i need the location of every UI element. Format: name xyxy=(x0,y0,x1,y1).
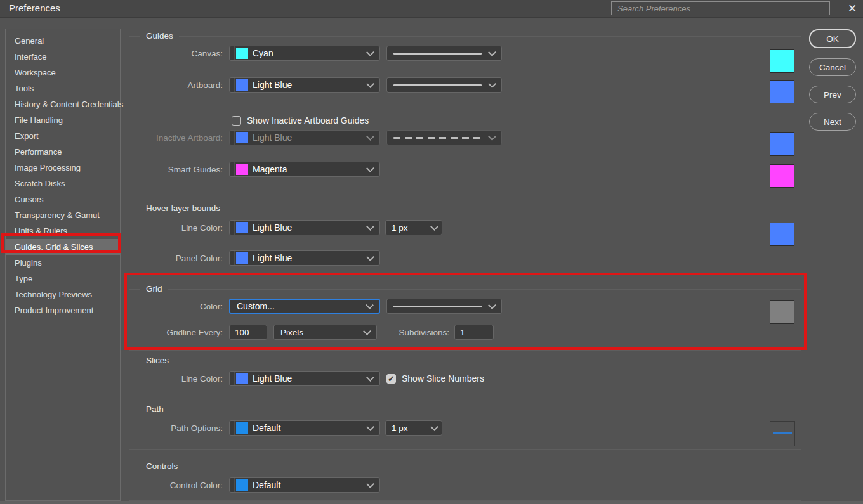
section-grid-title: Grid xyxy=(140,284,168,294)
sidebar-item-history-content-credentials[interactable]: History & Content Credentials xyxy=(6,96,120,112)
section-guides-title: Guides xyxy=(140,31,179,41)
sidebar-item-tools[interactable]: Tools xyxy=(6,81,120,96)
show-slice-numbers-checkbox[interactable]: ✓ xyxy=(386,374,396,384)
canvas-line-style-dropdown[interactable] xyxy=(386,46,502,61)
sidebar-item-technology-previews[interactable]: Technology Previews xyxy=(6,287,120,302)
section-controls-title: Controls xyxy=(140,462,183,471)
sidebar: General Interface Workspace Tools Histor… xyxy=(5,29,121,501)
canvas-color-dropdown[interactable]: Cyan xyxy=(229,46,380,61)
artboard-line-style-dropdown[interactable] xyxy=(386,77,502,93)
dropdown-edge xyxy=(230,221,235,235)
show-slice-numbers-label: Show Slice Numbers xyxy=(402,373,484,384)
sidebar-item-file-handling[interactable]: File Handling xyxy=(6,112,120,128)
section-path: Path Path Options: Default 1 px xyxy=(129,410,801,450)
path-width-dropdown[interactable]: 1 px xyxy=(385,420,442,436)
show-inactive-artboard-guides-checkbox[interactable] xyxy=(232,116,241,126)
show-inactive-artboard-guides-label: Show Inactive Artboard Guides xyxy=(247,115,369,126)
chevron-down-icon xyxy=(488,301,496,309)
hover-line-color-label: Line Color: xyxy=(129,223,223,233)
dialog-title: Preferences xyxy=(9,3,60,13)
sidebar-item-plugins[interactable]: Plugins xyxy=(6,255,120,271)
artboard-label: Artboard: xyxy=(129,81,223,90)
next-button[interactable]: Next xyxy=(809,113,856,131)
ok-button[interactable]: OK xyxy=(809,29,856,48)
sidebar-item-export[interactable]: Export xyxy=(6,128,120,144)
dashed-line-icon xyxy=(393,137,482,139)
subdivisions-label: Subdivisions: xyxy=(386,328,449,337)
path-width-value: 1 px xyxy=(386,423,426,433)
chevron-down-icon xyxy=(366,48,374,56)
canvas-label: Canvas: xyxy=(129,49,223,58)
smart-guides-color-swatch xyxy=(770,164,794,188)
dropdown-edge xyxy=(230,372,235,385)
sidebar-item-scratch-disks[interactable]: Scratch Disks xyxy=(6,176,120,191)
grid-color-swatch xyxy=(770,300,794,324)
hover-line-color-swatch xyxy=(770,223,794,246)
sidebar-item-product-improvement[interactable]: Product Improvement xyxy=(6,302,120,318)
path-preview-swatch xyxy=(770,421,795,446)
grid-line-style-dropdown[interactable] xyxy=(386,299,502,314)
grid-color-label: Color: xyxy=(129,302,223,311)
prev-button[interactable]: Prev xyxy=(809,86,856,103)
smart-guides-color-dropdown[interactable]: Magenta xyxy=(229,162,380,177)
canvas-color-value: Cyan xyxy=(253,48,364,58)
magenta-color-chip xyxy=(236,164,248,175)
section-hover-title: Hover layer bounds xyxy=(140,204,226,213)
dropdown-edge xyxy=(230,478,235,492)
sidebar-item-cursors[interactable]: Cursors xyxy=(6,191,120,207)
cancel-button[interactable]: Cancel xyxy=(809,58,856,76)
inactive-artboard-color-swatch xyxy=(770,132,794,156)
slices-line-color-dropdown[interactable]: Light Blue xyxy=(229,371,380,386)
section-guides: Guides Canvas: Cyan Artboard: xyxy=(129,36,801,193)
section-path-title: Path xyxy=(140,404,169,414)
dropdown-edge xyxy=(230,131,235,145)
path-options-label: Path Options: xyxy=(129,423,223,433)
sidebar-item-general[interactable]: General xyxy=(6,33,120,49)
dropdown-chevron-section xyxy=(426,221,442,235)
hover-line-color-value: Light Blue xyxy=(253,223,364,233)
dropdown-edge xyxy=(230,78,235,92)
grid-color-value: Custom... xyxy=(237,301,363,311)
hover-line-width-dropdown[interactable]: 1 px xyxy=(385,220,442,235)
solid-line-icon xyxy=(393,53,482,55)
control-color-dropdown[interactable]: Default xyxy=(229,477,380,493)
sidebar-item-workspace[interactable]: Workspace xyxy=(6,65,120,81)
gridline-unit-dropdown[interactable]: Pixels xyxy=(273,325,377,340)
slices-line-color-label: Line Color: xyxy=(129,374,223,384)
sidebar-item-image-processing[interactable]: Image Processing xyxy=(6,160,120,176)
section-hover-layer-bounds: Hover layer bounds Line Color: Light Blu… xyxy=(129,209,801,274)
hover-panel-color-dropdown[interactable]: Light Blue xyxy=(229,250,380,266)
inactive-artboard-color-value: Light Blue xyxy=(253,132,364,143)
chevron-down-icon xyxy=(366,423,374,431)
solid-line-icon xyxy=(393,306,482,307)
sidebar-item-guides-grid-slices[interactable]: Guides, Grid & Slices xyxy=(6,239,120,255)
sidebar-item-units-rulers[interactable]: Units & Rulers xyxy=(6,223,120,239)
subdivisions-input[interactable] xyxy=(454,325,494,340)
path-options-value: Default xyxy=(253,423,364,433)
chevron-down-icon xyxy=(366,301,374,309)
solid-line-icon xyxy=(393,84,482,86)
artboard-color-swatch xyxy=(770,80,794,103)
sidebar-item-interface[interactable]: Interface xyxy=(6,49,120,65)
smart-guides-color-value: Magenta xyxy=(253,164,364,174)
hover-panel-color-value: Light Blue xyxy=(253,253,364,263)
inactive-artboard-color-dropdown: Light Blue xyxy=(229,130,380,145)
chevron-down-icon xyxy=(366,480,374,488)
artboard-color-dropdown[interactable]: Light Blue xyxy=(229,77,380,93)
close-icon[interactable]: ✕ xyxy=(845,1,860,16)
hover-line-color-dropdown[interactable]: Light Blue xyxy=(229,220,380,235)
grid-color-dropdown[interactable]: Custom... xyxy=(229,299,380,314)
sidebar-item-transparency-gamut[interactable]: Transparency & Gamut xyxy=(6,207,120,223)
sidebar-item-performance[interactable]: Performance xyxy=(6,144,120,160)
dropdown-chevron-section xyxy=(426,421,442,435)
dropdown-edge xyxy=(230,251,235,265)
sidebar-item-type[interactable]: Type xyxy=(6,271,120,287)
section-slices-title: Slices xyxy=(140,356,175,365)
gridline-every-input[interactable] xyxy=(229,325,267,340)
path-options-dropdown[interactable]: Default xyxy=(229,420,380,436)
cyan-color-chip xyxy=(236,48,248,59)
chevron-down-icon xyxy=(363,327,371,335)
inactive-artboard-label: Inactive Artboard: xyxy=(129,133,223,143)
default-blue-color-chip xyxy=(236,479,248,491)
dropdown-edge xyxy=(230,46,235,60)
